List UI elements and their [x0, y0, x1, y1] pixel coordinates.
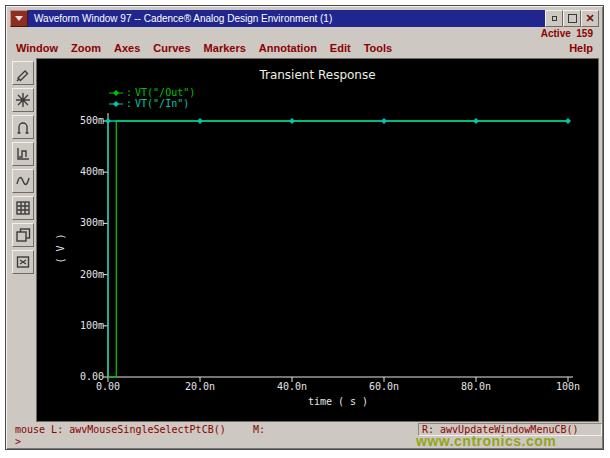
menu-edit[interactable]: Edit [330, 42, 351, 57]
trace-marker [105, 118, 111, 124]
legend: : VT("/Out") : VT("/In") [109, 87, 195, 109]
y-axis-label: ( V ) [55, 232, 66, 266]
trace-out [108, 121, 568, 377]
x-tick-label: 100n [546, 381, 590, 392]
main-area: Transient Response : VT("/Out") : [10, 58, 599, 422]
trace-marker [197, 118, 203, 124]
trace-marker [289, 118, 295, 124]
window-title: Waveform Window 97 -- Cadence® Analog De… [28, 10, 545, 27]
legend-item-out[interactable]: : VT("/Out") [109, 87, 195, 98]
window-menu-icon [15, 16, 23, 21]
strip-chart-icon [14, 145, 32, 163]
y-tick-label: 400m [64, 166, 104, 177]
x-tick-label: 60.0n [362, 381, 406, 392]
plot-canvas[interactable]: Transient Response : VT("/Out") : [36, 58, 599, 422]
plot-svg [37, 59, 598, 421]
waveform-window: Waveform Window 97 -- Cadence® Analog De… [5, 5, 604, 450]
menu-tools[interactable]: Tools [364, 42, 393, 57]
titlebar: Waveform Window 97 -- Cadence® Analog De… [10, 10, 599, 27]
status-mouse-middle: M: [253, 424, 265, 435]
y-tick-label: 200m [64, 269, 104, 280]
magnet-icon [14, 118, 32, 136]
trace-marker [381, 118, 387, 124]
magnet-tool-button[interactable] [12, 115, 34, 139]
maximize-button[interactable] [563, 10, 581, 27]
layers-icon [14, 226, 32, 244]
y-tick-label: 100m [64, 320, 104, 331]
x-axis-label: time ( s ) [108, 396, 568, 407]
y-tick-label: 300m [64, 217, 104, 228]
calculator-icon [14, 199, 32, 217]
window-menu-button[interactable] [10, 10, 28, 27]
maximize-icon [568, 14, 577, 23]
legend-sep: : [126, 87, 132, 98]
command-prompt[interactable]: > [15, 436, 21, 447]
watermark: www.cntronics.com [416, 433, 556, 449]
status-mouse-left: mouse L: awvMouseSingleSelectPtCB() [15, 424, 226, 435]
menu-zoom[interactable]: Zoom [71, 42, 101, 57]
y-tick-label: 0.00 [64, 371, 104, 382]
zoom-star-tool-button[interactable] [12, 88, 34, 112]
legend-sep: : [126, 98, 132, 109]
legend-marker-out-icon [109, 89, 123, 97]
x-tick-label: 80.0n [454, 381, 498, 392]
delete-tool-button[interactable] [12, 250, 34, 274]
x-tick-label: 40.0n [270, 381, 314, 392]
legend-marker-in-icon [109, 100, 123, 108]
legend-label-out: VT("/Out") [135, 87, 195, 98]
minimize-icon [552, 16, 557, 21]
close-button[interactable]: ✕ [581, 10, 599, 27]
probe-pen-icon [14, 64, 32, 82]
minimize-button[interactable] [545, 10, 563, 27]
calculator-tool-button[interactable] [12, 196, 34, 220]
active-status: Active 159 [541, 28, 593, 41]
menu-annotation[interactable]: Annotation [259, 42, 317, 57]
menu-help[interactable]: Help [569, 42, 593, 57]
y-tick-label: 500m [64, 115, 104, 126]
menu-axes[interactable]: Axes [114, 42, 140, 57]
close-icon: ✕ [585, 13, 594, 24]
menu-window[interactable]: Window [16, 42, 58, 57]
zoom-star-icon [14, 91, 32, 109]
trace-in [108, 121, 568, 377]
menu-curves[interactable]: Curves [153, 42, 190, 57]
layers-tool-button[interactable] [12, 223, 34, 247]
menubar: Window Zoom Axes Curves Markers Annotati… [16, 42, 593, 57]
trace-marker [473, 118, 479, 124]
left-toolbar [10, 58, 36, 422]
plot-title: Transient Response [37, 68, 598, 82]
x-tick-label: 0.00 [86, 381, 130, 392]
probe-tool-button[interactable] [12, 61, 34, 85]
trace-marker [565, 118, 571, 124]
legend-item-in[interactable]: : VT("/In") [109, 98, 195, 109]
legend-label-in: VT("/In") [135, 98, 189, 109]
menu-markers[interactable]: Markers [204, 42, 246, 57]
delete-box-icon [14, 253, 32, 271]
waveform-icon [14, 172, 32, 190]
waveform-tool-button[interactable] [12, 169, 34, 193]
x-tick-label: 20.0n [178, 381, 222, 392]
strip-chart-tool-button[interactable] [12, 142, 34, 166]
